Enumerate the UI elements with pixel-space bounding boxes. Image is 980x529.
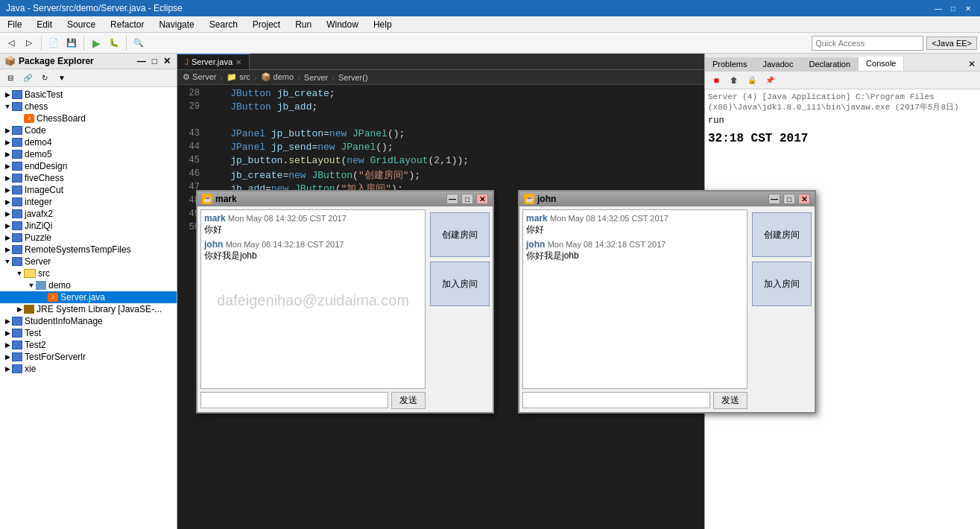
bc-server-method[interactable]: Server() <box>336 73 370 82</box>
toolbar-new[interactable]: 📄 <box>45 35 62 51</box>
bc-server[interactable]: ⚙ Server <box>180 72 218 82</box>
mark-room-buttons: 创建房间 加入房间 <box>430 209 490 409</box>
tree-item-fivechess[interactable]: ▶ fiveChess <box>0 172 177 184</box>
toolbar-search[interactable]: 🔍 <box>130 35 147 51</box>
tree-item-demo-pkg[interactable]: ▼ demo <box>0 279 177 291</box>
tree-item-code[interactable]: ▶ Code <box>0 124 177 136</box>
john-window: ☕ john — □ ✕ mark Mon May 08 14:32:05 CS… <box>518 190 816 414</box>
tab-problems[interactable]: Problems <box>705 57 755 71</box>
tree-item-demo4[interactable]: ▶ demo4 <box>0 136 177 148</box>
breadcrumb: ⚙ Server › 📁 src › 📦 demo › Server › Ser… <box>177 70 704 85</box>
tree-item-server[interactable]: ▼ Server <box>0 256 177 267</box>
menu-search[interactable]: Search <box>205 18 242 31</box>
john-send-button[interactable]: 发送 <box>713 392 747 409</box>
bc-server-class[interactable]: Server <box>302 73 330 82</box>
console-clear[interactable]: 🗑 <box>726 72 742 89</box>
minimize-button[interactable]: — <box>932 3 944 13</box>
mark-maximize[interactable]: □ <box>461 194 473 204</box>
mark-window-titlebar[interactable]: ☕ mark — □ ✕ <box>197 191 493 206</box>
bc-demo[interactable]: 📦 demo <box>259 72 297 82</box>
john-maximize[interactable]: □ <box>783 194 795 204</box>
john-create-room-button[interactable]: 创建房间 <box>752 212 812 257</box>
editor-tab-server[interactable]: J Server.java ✕ <box>177 54 250 69</box>
code-line-45: 45 jp_button.setLayout(new GridLayout(2,… <box>177 155 704 168</box>
john-chat-input[interactable] <box>522 392 710 408</box>
console-stop[interactable]: ■ <box>708 72 724 89</box>
tree-item-enddesign[interactable]: ▶ endDesign <box>0 160 177 172</box>
close-button[interactable]: ✕ <box>962 3 974 13</box>
tree-item-javafx2[interactable]: ▶ javafx2 <box>0 208 177 220</box>
toolbar-run[interactable]: ▶ <box>88 35 104 51</box>
john-minimize[interactable]: — <box>768 194 780 204</box>
quick-access-input[interactable] <box>812 36 923 51</box>
mark-minimize[interactable]: — <box>446 194 458 204</box>
mark-send-button[interactable]: 发送 <box>391 392 426 409</box>
pkg-collapse[interactable]: ⊟ <box>2 70 19 86</box>
john-window-titlebar[interactable]: ☕ john — □ ✕ <box>519 191 815 206</box>
tree-arrow: ▶ <box>3 365 12 373</box>
toolbar-fwd[interactable]: ▷ <box>21 35 37 51</box>
menu-project[interactable]: Project <box>248 18 285 31</box>
pkg-sync[interactable]: ↻ <box>37 70 53 86</box>
tree-item-imagecut[interactable]: ▶ ImageCut <box>0 184 177 196</box>
package-explorer: 📦 Package Explorer — □ ✕ ⊟ 🔗 ↻ ▼ ▶ Basic… <box>0 54 177 529</box>
tree-item-demo5[interactable]: ▶ demo5 <box>0 148 177 160</box>
console-close[interactable]: ✕ <box>964 57 980 71</box>
project-icon <box>12 221 22 230</box>
tree-item-server-java[interactable]: J Server.java <box>0 291 177 303</box>
toolbar-debug[interactable]: 🐛 <box>106 35 122 51</box>
perspective-button[interactable]: <Java EE> <box>926 37 977 50</box>
tree-item-chess[interactable]: ▼ chess <box>0 101 177 113</box>
menu-window[interactable]: Window <box>322 18 363 31</box>
tree-item-puzzle[interactable]: ▶ Puzzle <box>0 232 177 244</box>
maximize-button[interactable]: □ <box>947 3 959 13</box>
tab-javadoc[interactable]: Javadoc <box>755 57 801 71</box>
tree-item-chessboard[interactable]: J ChessBoard <box>0 113 177 124</box>
title-bar-controls[interactable]: — □ ✕ <box>932 3 974 13</box>
bc-src[interactable]: 📁 src <box>224 72 253 82</box>
toolbar-back[interactable]: ◁ <box>3 35 19 51</box>
tree-item-jre[interactable]: ▶ JRE System Library [JavaSE-... <box>0 303 177 315</box>
menu-source[interactable]: Source <box>63 18 100 31</box>
tree-item-testforserverlr[interactable]: ▶ TestForServerlr <box>0 351 177 363</box>
menu-help[interactable]: Help <box>369 18 396 31</box>
menu-refactor[interactable]: Refactor <box>106 18 148 31</box>
console-pin[interactable]: 📌 <box>762 72 778 89</box>
tree-item-xie[interactable]: ▶ xie <box>0 363 177 375</box>
pkg-close[interactable]: ✕ <box>162 56 172 66</box>
pkg-menu[interactable]: ▼ <box>54 70 70 86</box>
tree-item-basictest[interactable]: ▶ BasicTest <box>0 89 177 101</box>
project-icon <box>12 245 22 254</box>
pkg-link[interactable]: 🔗 <box>19 70 36 86</box>
editor-tab-icon: J <box>185 58 189 66</box>
tab-console[interactable]: Console <box>859 57 904 71</box>
mark-close[interactable]: ✕ <box>476 194 488 204</box>
tab-declaration[interactable]: Declaration <box>801 57 859 71</box>
console-scroll-lock[interactable]: 🔒 <box>744 72 760 89</box>
john-join-room-button[interactable]: 加入房间 <box>752 262 812 306</box>
bc-sep1: › <box>220 73 223 82</box>
menu-run[interactable]: Run <box>291 18 316 31</box>
editor-tab-close[interactable]: ✕ <box>235 58 241 66</box>
tree-item-remotesystems[interactable]: ▶ RemoteSystemsTempFiles <box>0 244 177 256</box>
pkg-maximize[interactable]: □ <box>151 56 159 66</box>
tree-item-integer[interactable]: ▶ integer <box>0 196 177 208</box>
menu-file[interactable]: File <box>3 18 26 31</box>
project-icon <box>12 329 22 338</box>
john-close[interactable]: ✕ <box>798 194 810 204</box>
mark-join-room-button[interactable]: 加入房间 <box>430 262 490 306</box>
tree-item-studentinfomanage[interactable]: ▶ StudentInfoManage <box>0 315 177 327</box>
pkg-minimize[interactable]: — <box>136 56 148 66</box>
menu-navigate[interactable]: Navigate <box>154 18 198 31</box>
tree-item-test2[interactable]: ▶ Test2 <box>0 339 177 351</box>
menu-edit[interactable]: Edit <box>32 18 57 31</box>
tree-item-test[interactable]: ▶ Test <box>0 327 177 339</box>
tree-arrow: ▶ <box>3 353 12 361</box>
tree-arrow: ▶ <box>3 210 12 218</box>
mark-create-room-button[interactable]: 创建房间 <box>430 212 490 257</box>
tree-item-src[interactable]: ▼ src <box>0 267 177 279</box>
app-title: Java - Server/src/demo/Server.java - Ecl… <box>6 3 183 13</box>
tree-item-jinziqi[interactable]: ▶ JinZiQi <box>0 220 177 232</box>
toolbar-save[interactable]: 💾 <box>63 35 80 51</box>
mark-chat-input[interactable] <box>200 392 388 408</box>
